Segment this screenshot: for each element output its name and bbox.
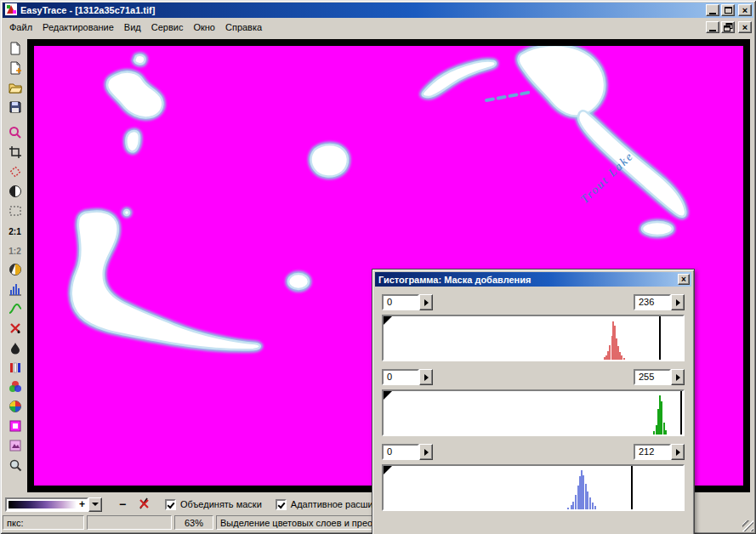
hist-bar (589, 497, 591, 509)
red-min-slider-handle[interactable] (384, 316, 392, 325)
menu-help[interactable]: Справка (220, 20, 267, 35)
title-bar[interactable]: EasyTrace - [1312a35c71a1.tif] × (3, 3, 753, 18)
spin-arrow-icon (424, 299, 429, 306)
hist-bar (567, 508, 569, 509)
mask-gradient-combo[interactable]: + (5, 497, 88, 512)
dashed-diamond-button[interactable] (5, 163, 26, 182)
close-button[interactable]: × (738, 4, 752, 16)
menu-window[interactable]: Окно (188, 20, 220, 35)
merge-masks-checkbox[interactable]: Объединять маски (165, 499, 262, 510)
mask-magenta-icon (9, 419, 22, 435)
scale-2-1-label: 2:1 (9, 227, 20, 236)
curves-icon (9, 302, 22, 317)
blue-histogram[interactable] (382, 464, 685, 511)
rgb-wheel-button[interactable] (5, 378, 26, 397)
menu-edit[interactable]: Редактирование (37, 20, 119, 35)
menu-view[interactable]: Вид (119, 20, 146, 35)
status-coords-field (87, 515, 172, 530)
scale-2-1-button[interactable]: 2:1 (5, 222, 26, 241)
save-button[interactable] (5, 99, 26, 117)
blue-min-spin-button[interactable] (419, 444, 433, 460)
magnifier-button[interactable] (5, 457, 26, 475)
halftone-ball-icon (9, 263, 22, 278)
magnifier-icon (9, 458, 22, 474)
new-document-icon (9, 42, 22, 57)
color-bars-button[interactable] (5, 359, 26, 378)
green-min-slider-handle[interactable] (384, 391, 392, 400)
red-min-spin-button[interactable] (419, 294, 433, 310)
blue-max-value[interactable]: 212 (634, 444, 671, 460)
green-min-spin-button[interactable] (419, 369, 433, 385)
mdi-minimize-button[interactable] (706, 21, 719, 33)
histogram-dialog-titlebar[interactable]: Гистограмма: Маска добавления × (375, 272, 691, 287)
blue-min-slider-handle[interactable] (384, 466, 392, 474)
hist-threshold-marker[interactable] (659, 316, 661, 360)
zoom-link-icon (9, 126, 22, 141)
red-histogram[interactable] (382, 315, 685, 361)
gradient-dropdown-button[interactable] (88, 497, 102, 512)
mask-shapes-button[interactable] (5, 437, 26, 456)
curves-button[interactable] (5, 300, 26, 319)
adaptive-expand-checkbox[interactable]: Адаптивное расшир (276, 499, 378, 510)
histogram-dialog-close-icon: × (681, 276, 686, 283)
maximize-icon (725, 7, 732, 14)
mdi-close-button[interactable]: × (738, 21, 752, 33)
contrast-ball-button[interactable] (5, 183, 26, 202)
hist-bar (571, 505, 572, 509)
hist-threshold-marker[interactable] (680, 391, 682, 435)
menu-file[interactable]: Файл (4, 20, 37, 35)
resize-grip[interactable] (742, 520, 753, 531)
selection-rect-button[interactable] (5, 202, 26, 221)
subtract-mask-button[interactable]: − (116, 499, 129, 509)
histogram-dialog-close-button[interactable]: × (678, 274, 690, 285)
red-min-spinner: 0 (382, 294, 433, 310)
halftone-ball-button[interactable] (5, 261, 26, 280)
palette-button[interactable] (5, 398, 26, 417)
close-icon: × (742, 6, 747, 14)
histogram-dialog: Гистограмма: Маска добавления × 0 236 (372, 269, 695, 534)
maximize-button[interactable] (721, 4, 735, 16)
adaptive-expand-checkbox-box (276, 499, 287, 510)
red-max-spin-button[interactable] (671, 294, 685, 310)
green-max-spin-button[interactable] (671, 369, 685, 385)
dashed-diamond-icon (9, 165, 22, 180)
window-title: EasyTrace - [1312a35c71a1.tif] (20, 5, 704, 15)
mdi-restore-button[interactable] (721, 21, 735, 33)
red-max-value[interactable]: 236 (634, 294, 671, 310)
hist-bar (653, 431, 655, 435)
mdi-minimize-icon (709, 30, 716, 31)
adaptive-expand-label: Адаптивное расшир (291, 499, 378, 509)
remove-color-button[interactable] (5, 320, 26, 338)
green-max-value[interactable]: 255 (634, 369, 671, 385)
rgb-wheel-icon (9, 380, 22, 395)
red-max-spinner: 236 (634, 294, 685, 310)
palette-icon (9, 400, 22, 415)
remove-color-icon (9, 321, 22, 337)
erase-mask-tool-button[interactable] (138, 497, 151, 512)
histogram-button[interactable] (5, 281, 26, 299)
mask-magenta-button[interactable] (5, 418, 26, 436)
new-document-button[interactable] (5, 40, 26, 59)
zoom-link-button[interactable] (5, 124, 26, 143)
blue-max-spin-button[interactable] (671, 444, 685, 460)
hist-bar (592, 503, 594, 509)
spin-arrow-icon (676, 374, 680, 381)
status-zoom-field: 63% (174, 515, 213, 530)
red-min-value[interactable]: 0 (382, 294, 419, 310)
hist-bar (587, 491, 588, 509)
new-document-plus-button[interactable] (5, 60, 26, 78)
hist-threshold-marker[interactable] (631, 466, 633, 509)
minimize-button[interactable] (706, 4, 719, 16)
color-bars-icon (9, 361, 22, 376)
green-histogram[interactable] (382, 389, 685, 436)
scale-1-2-button[interactable]: 1:2 (5, 241, 26, 260)
left-toolbar: 2:1 1:2 (3, 37, 27, 531)
green-min-value[interactable]: 0 (382, 369, 419, 385)
contrast-ball-icon (9, 185, 22, 200)
menu-service[interactable]: Сервис (146, 20, 189, 35)
droplet-button[interactable] (5, 339, 26, 358)
blue-min-value[interactable]: 0 (382, 444, 419, 460)
app-window: EasyTrace - [1312a35c71a1.tif] × Файл Ре… (0, 0, 756, 534)
open-folder-button[interactable] (5, 79, 26, 98)
crop-button[interactable] (5, 144, 26, 162)
